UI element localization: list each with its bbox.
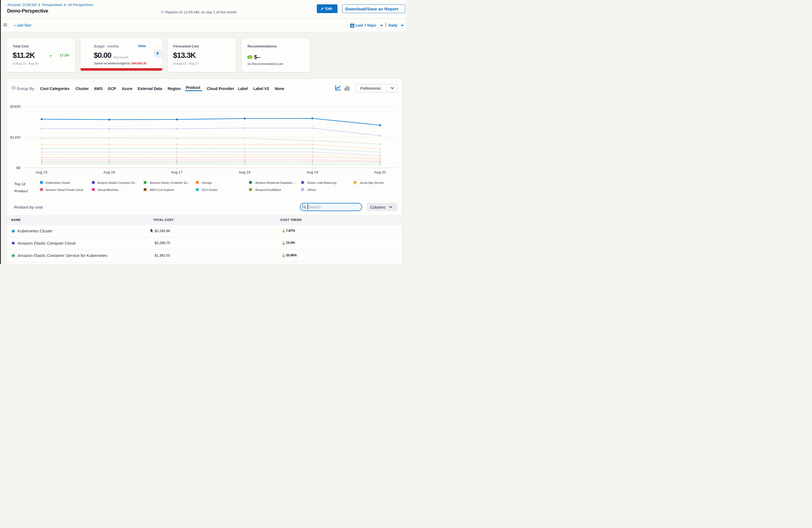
svg-text:$0: $0 [16, 166, 20, 170]
svg-text:Aug 15: Aug 15 [36, 170, 47, 174]
svg-text:Aug 20: Aug 20 [374, 170, 386, 174]
svg-text:Aug 16: Aug 16 [103, 170, 115, 174]
svg-text:Aug 19: Aug 19 [307, 170, 318, 174]
svg-text:$2400: $2400 [10, 104, 20, 108]
svg-text:$1200: $1200 [10, 135, 20, 140]
svg-text:Aug 17: Aug 17 [171, 170, 183, 174]
svg-text:Aug 18: Aug 18 [239, 170, 250, 174]
